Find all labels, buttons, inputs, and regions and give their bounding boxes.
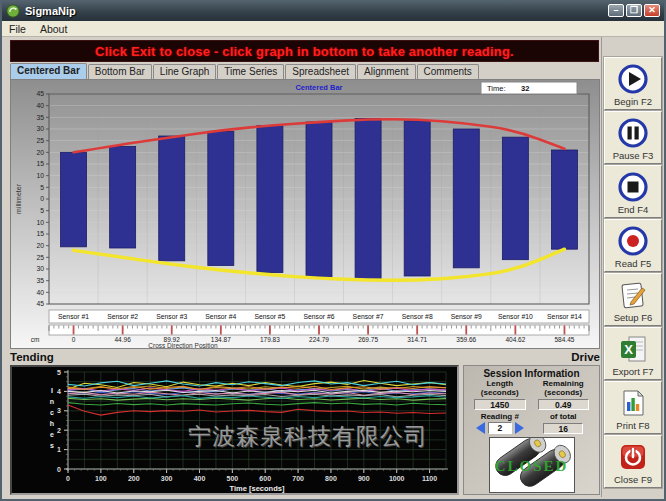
menu-about[interactable]: About	[33, 23, 74, 35]
tab-centered-bar[interactable]: Centered Bar	[10, 63, 87, 79]
remaining-value: 0.49	[538, 399, 590, 410]
svg-text:millimeter: millimeter	[15, 183, 22, 214]
svg-text:200: 200	[128, 475, 140, 482]
svg-text:20: 20	[36, 242, 44, 249]
svg-text:359.66: 359.66	[456, 336, 476, 343]
close-button[interactable]: ✕	[644, 4, 660, 17]
tab-strip: Centered BarBottom BarLine GraphTime Ser…	[10, 63, 599, 79]
svg-text:Sensor #5: Sensor #5	[254, 313, 285, 320]
pause-icon	[618, 115, 648, 151]
menu-bar: File About	[2, 21, 664, 37]
centered-bar-chart: 45403530252015105051015202530354045Cente…	[10, 79, 600, 349]
session-title: Session Information	[468, 368, 595, 379]
svg-text:0: 0	[66, 475, 70, 482]
svg-text:10: 10	[36, 219, 44, 226]
svg-text:40: 40	[36, 102, 44, 109]
next-reading-arrow-icon[interactable]	[515, 422, 524, 434]
side-labels-row: Tending Drive	[10, 350, 600, 364]
svg-text:Sensor #9: Sensor #9	[451, 313, 482, 320]
svg-text:Sensor #3: Sensor #3	[156, 313, 187, 320]
svg-text:Sensor #6: Sensor #6	[304, 313, 335, 320]
reading-number-label: Reading #	[468, 412, 532, 421]
export-f7-button[interactable]: XExport F7	[604, 327, 662, 380]
end-f4-button[interactable]: End F4	[604, 165, 662, 218]
tab-alignment[interactable]: Alignment	[357, 64, 415, 79]
close-f9-button[interactable]: Close F9	[604, 435, 662, 488]
svg-text:400: 400	[194, 475, 206, 482]
pause-f3-button[interactable]: Pause F3	[604, 111, 662, 164]
svg-text:30: 30	[36, 125, 44, 132]
record-icon	[618, 223, 648, 259]
svg-text:h: h	[50, 420, 54, 427]
svg-text:40: 40	[36, 289, 44, 296]
svg-text:314.71: 314.71	[407, 336, 427, 343]
svg-text:Cross Direction Position: Cross Direction Position	[148, 342, 218, 349]
svg-text:269.75: 269.75	[358, 336, 378, 343]
svg-text:I: I	[51, 387, 53, 394]
of-total-label: of total	[532, 412, 596, 421]
svg-text:25: 25	[36, 254, 44, 261]
svg-text:500: 500	[227, 475, 239, 482]
svg-text:c: c	[50, 409, 54, 416]
svg-text:Time:: Time:	[487, 84, 505, 93]
app-icon	[6, 4, 20, 18]
svg-text:35: 35	[36, 277, 44, 284]
tab-spreadsheet[interactable]: Spreadsheet	[285, 64, 356, 79]
play-icon	[618, 61, 648, 97]
menu-file[interactable]: File	[2, 23, 33, 35]
setup-f6-button[interactable]: Setup F6	[604, 273, 662, 326]
tab-line-graph[interactable]: Line Graph	[153, 64, 216, 79]
export-icon: X	[618, 331, 648, 367]
svg-text:5: 5	[40, 207, 44, 214]
svg-text:25: 25	[36, 137, 44, 144]
tab-bottom-bar[interactable]: Bottom Bar	[88, 64, 152, 79]
marquee-banner: Click Exit to close - click graph in bot…	[10, 40, 599, 62]
print-f8-button[interactable]: Print F8	[604, 381, 662, 434]
svg-text:10: 10	[36, 172, 44, 179]
svg-text:700: 700	[292, 475, 304, 482]
svg-text:0: 0	[72, 336, 76, 343]
svg-text:Sensor #7: Sensor #7	[353, 313, 384, 320]
svg-text:Sensor #8: Sensor #8	[402, 313, 433, 320]
trending-graph-svg: 0123450100200300400500600700800900100011…	[12, 367, 457, 493]
nip-status-image: CLOSED	[489, 437, 575, 493]
app-window: SigmaNip – ❐ ✕ File About Click Exit to …	[0, 0, 666, 501]
banner-text: Click Exit to close - click graph in bot…	[95, 44, 514, 59]
tab-comments[interactable]: Comments	[417, 64, 479, 79]
begin-f2-button[interactable]: Begin F2	[604, 57, 662, 110]
stop-icon	[618, 169, 648, 205]
restore-button[interactable]: ❐	[626, 4, 642, 17]
tab-time-series[interactable]: Time Series	[217, 64, 284, 79]
centered-bar-chart-svg: 45403530252015105051015202530354045Cente…	[11, 80, 599, 348]
power-icon	[618, 439, 648, 475]
length-label: Length (seconds)	[468, 380, 532, 397]
svg-text:1: 1	[57, 446, 61, 453]
svg-text:0: 0	[40, 195, 44, 202]
previous-reading-arrow-icon[interactable]	[476, 422, 485, 434]
svg-text:600: 600	[259, 475, 271, 482]
svg-text:Sensor #1: Sensor #1	[58, 313, 89, 320]
length-value: 1450	[474, 399, 526, 410]
svg-text:32: 32	[521, 84, 529, 93]
svg-text:900: 900	[358, 475, 370, 482]
svg-text:s: s	[50, 442, 54, 449]
svg-text:0: 0	[57, 466, 61, 473]
total-readings-value: 16	[543, 423, 583, 434]
svg-text:300: 300	[161, 475, 173, 482]
svg-text:1000: 1000	[389, 475, 405, 482]
svg-text:Sensor #10: Sensor #10	[498, 313, 533, 320]
title-bar: SigmaNip – ❐ ✕	[2, 0, 664, 21]
tending-label: Tending	[10, 351, 54, 363]
svg-text:Sensor #2: Sensor #2	[107, 313, 138, 320]
svg-text:30: 30	[36, 265, 44, 272]
window-title: SigmaNip	[25, 5, 606, 17]
bottom-section: 0123450100200300400500600700800900100011…	[10, 365, 600, 495]
minimize-button[interactable]: –	[608, 4, 624, 17]
read-f5-button[interactable]: Read F5	[604, 219, 662, 272]
trending-graph[interactable]: 0123450100200300400500600700800900100011…	[10, 365, 459, 495]
svg-text:Sensor #14: Sensor #14	[547, 313, 582, 320]
svg-text:n: n	[50, 398, 54, 405]
svg-text:45: 45	[36, 300, 44, 307]
reading-number-value: 2	[488, 422, 512, 434]
svg-text:Sensor #4: Sensor #4	[205, 313, 236, 320]
